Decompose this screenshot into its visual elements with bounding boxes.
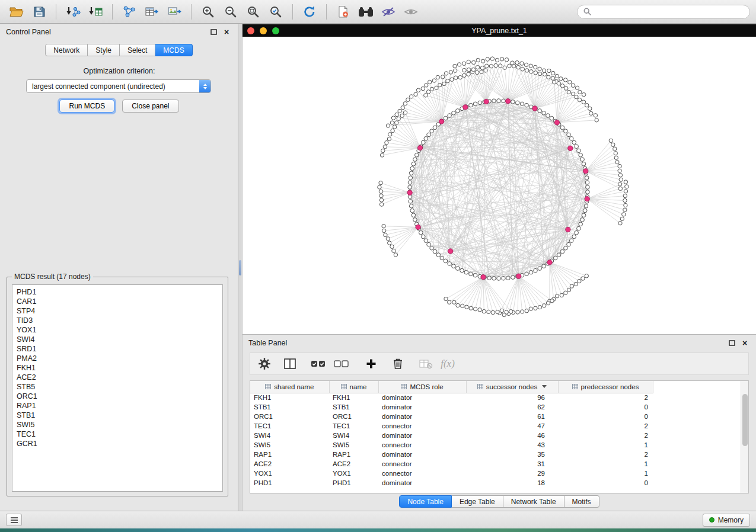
network-titlebar: YPA_prune.txt_1: [243, 24, 756, 37]
table-row[interactable]: ORC1ORC1dominator610: [250, 412, 653, 421]
mcds-node-item[interactable]: PHD1: [17, 287, 218, 297]
list-icon: [10, 517, 18, 524]
task-history-button[interactable]: [6, 514, 22, 526]
zoom-out-button[interactable]: [220, 3, 241, 21]
save-icon: [33, 6, 45, 18]
table-row[interactable]: RAP1RAP1dominator352: [250, 450, 653, 459]
mcds-node-item[interactable]: ACE2: [17, 373, 218, 382]
column-header-name[interactable]: name: [329, 381, 378, 393]
panel-splitter[interactable]: [238, 24, 243, 511]
mcds-node-item[interactable]: YOX1: [17, 325, 218, 335]
network-view-window: YPA_prune.txt_1: [243, 24, 756, 334]
binoculars-icon: [358, 7, 374, 17]
maximize-window-icon[interactable]: [272, 27, 279, 34]
main-toolbar: [0, 0, 756, 24]
show-columns-button[interactable]: [283, 356, 297, 371]
eye-slash-icon: [381, 7, 395, 17]
save-session-button[interactable]: [28, 3, 50, 21]
export-document-button[interactable]: [333, 3, 354, 21]
export-table-button[interactable]: [141, 3, 162, 21]
mcds-node-item[interactable]: SWI4: [17, 335, 218, 344]
mcds-node-item[interactable]: RAP1: [17, 401, 218, 411]
column-header-successor-nodes[interactable]: successor nodes: [466, 381, 558, 393]
table-settings-button[interactable]: [257, 356, 272, 371]
mcds-node-item[interactable]: ORC1: [17, 392, 218, 401]
table-scrollbar-thumb[interactable]: [742, 394, 748, 446]
minimize-window-icon[interactable]: [260, 27, 267, 34]
mcds-node-item[interactable]: FKH1: [17, 363, 218, 373]
tab-node-table[interactable]: Node Table: [399, 495, 452, 508]
splitter-grip[interactable]: [239, 260, 241, 275]
toolbar-separator: [191, 4, 192, 20]
criterion-select[interactable]: largest connected component (undirected): [26, 79, 211, 93]
close-window-icon[interactable]: [247, 27, 254, 34]
select-all-rows-button[interactable]: [311, 356, 326, 371]
close-panel-button[interactable]: Close panel: [122, 100, 178, 113]
network-window-title: YPA_prune.txt_1: [243, 27, 756, 35]
open-file-button[interactable]: [6, 3, 27, 21]
new-network-button[interactable]: [119, 3, 140, 21]
mcds-node-item[interactable]: TEC1: [17, 430, 218, 439]
search-network-button[interactable]: [355, 3, 377, 21]
table-row[interactable]: TEC1TEC1connector472: [250, 421, 653, 431]
tab-edge-table[interactable]: Edge Table: [452, 495, 503, 508]
close-panel-icon[interactable]: ×: [221, 27, 232, 37]
column-header-predecessor-nodes[interactable]: predecessor nodes: [558, 381, 653, 393]
import-table-file-button[interactable]: [85, 3, 106, 21]
table-scrollbar[interactable]: [741, 381, 748, 493]
network-canvas[interactable]: [243, 37, 756, 334]
tab-network[interactable]: Network: [45, 44, 88, 56]
tab-motifs[interactable]: Motifs: [564, 495, 599, 508]
column-header-mcds-role[interactable]: MCDS role: [378, 381, 466, 393]
tab-select[interactable]: Select: [120, 44, 155, 56]
search-field[interactable]: [577, 5, 750, 19]
close-table-panel-icon[interactable]: ×: [739, 338, 750, 348]
tab-mcds[interactable]: MCDS: [155, 44, 192, 56]
run-mcds-button[interactable]: Run MCDS: [59, 100, 114, 113]
create-column-button[interactable]: [364, 356, 378, 371]
table-export-icon: [145, 6, 159, 18]
tab-style[interactable]: Style: [88, 44, 120, 56]
mcds-node-item[interactable]: STP4: [17, 306, 218, 316]
delete-column-button[interactable]: [391, 356, 405, 371]
mcds-node-item[interactable]: CAR1: [17, 297, 218, 306]
mcds-node-item[interactable]: PMA2: [17, 354, 218, 363]
deselect-all-rows-button[interactable]: [334, 356, 349, 371]
table-row[interactable]: YOX1YOX1connector291: [250, 469, 653, 478]
table-row[interactable]: ACE2ACE2connector311: [250, 459, 653, 469]
zoom-in-button[interactable]: [197, 3, 219, 21]
mcds-node-item[interactable]: SWI5: [17, 420, 218, 430]
zoom-fit-button[interactable]: [243, 3, 264, 21]
import-network-file-button[interactable]: [62, 3, 84, 21]
table-row[interactable]: FKH1FKH1dominator962: [250, 393, 653, 402]
float-panel-icon[interactable]: [208, 27, 219, 37]
float-table-panel-icon[interactable]: [726, 338, 737, 348]
hide-selected-button[interactable]: [378, 3, 399, 21]
refresh-layout-button[interactable]: [299, 3, 320, 21]
export-image-button[interactable]: [164, 3, 185, 21]
mcds-node-item[interactable]: STB1: [17, 411, 218, 420]
memory-button[interactable]: Memory: [703, 514, 750, 527]
mcds-node-item[interactable]: STB5: [17, 382, 218, 392]
document-share-icon: [337, 5, 349, 18]
mcds-result-group: MCDS result (17 nodes) PHD1CAR1STP4TID3Y…: [7, 277, 228, 496]
zoom-fit-icon: [247, 5, 260, 18]
table-row[interactable]: STB1STB1dominator620: [250, 402, 653, 412]
zoom-selected-button[interactable]: [265, 3, 286, 21]
column-header-shared-name[interactable]: shared name: [250, 381, 329, 393]
tab-network-table[interactable]: Network Table: [503, 495, 564, 508]
mcds-node-item[interactable]: SRD1: [17, 344, 218, 354]
optimization-criterion-label: Optimization criterion:: [0, 67, 238, 75]
mcds-result-list: PHD1CAR1STP4TID3YOX1SWI4SRD1PMA2FKH1ACE2…: [12, 284, 223, 492]
table-tabs: Node Table Edge Table Network Table Moti…: [243, 495, 756, 508]
table-row[interactable]: PHD1PHD1dominator180: [250, 478, 653, 488]
table-panel-header: Table Panel ×: [243, 335, 756, 351]
table-row[interactable]: SWI5SWI5connector431: [250, 440, 653, 450]
table-row[interactable]: SWI4SWI4dominator462: [250, 431, 653, 440]
columns-icon: [283, 358, 296, 370]
trash-icon: [393, 358, 403, 370]
mcds-node-item[interactable]: GCR1: [17, 439, 218, 448]
memory-status-icon: [709, 517, 714, 523]
search-input[interactable]: [595, 8, 744, 16]
mcds-node-item[interactable]: TID3: [17, 316, 218, 325]
